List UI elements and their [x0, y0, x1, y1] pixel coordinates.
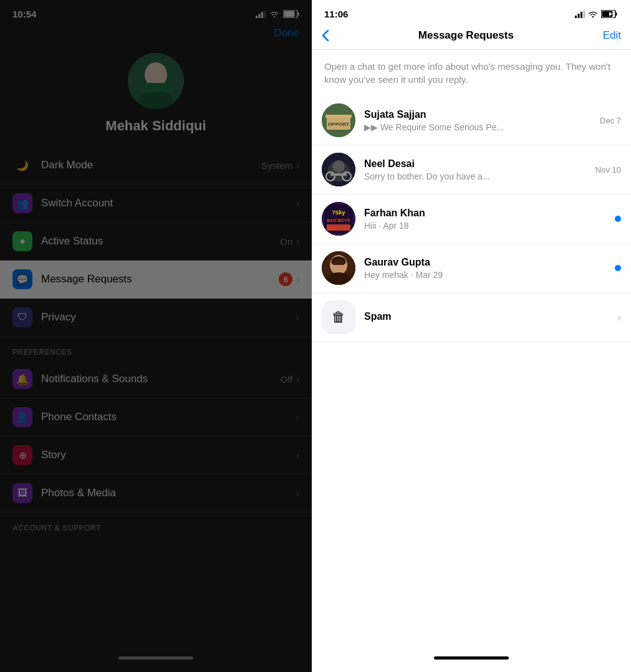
battery-icon-right: [601, 10, 619, 18]
nav-bar: Message Requests Edit: [312, 24, 631, 50]
msg-preview-sujata: ▶▶ We Require Some Serious Pe...: [364, 122, 595, 132]
svg-point-26: [332, 160, 345, 173]
svg-rect-13: [578, 14, 580, 18]
wifi-icon-right: [588, 11, 598, 18]
spam-trash-icon: 🗑: [332, 309, 345, 325]
svg-rect-12: [575, 16, 577, 18]
msg-preview-gaurav: Hey mehak · Mar 29: [364, 270, 610, 280]
msg-content-neel: Neel Desai Sorry to bother. Do you have …: [364, 158, 590, 181]
spam-icon-container: 🗑: [322, 300, 355, 334]
back-button[interactable]: [322, 29, 329, 42]
msg-name-farhan: Farhan Khan: [364, 208, 610, 219]
spam-chevron: ›: [617, 311, 621, 324]
edit-button[interactable]: Edit: [603, 29, 621, 42]
msg-preview-neel: Sorry to bother. Do you have a...: [364, 171, 590, 181]
message-list: OPPORT Sujata Sajjan ▶▶ We Require Some …: [312, 96, 631, 648]
message-item-spam[interactable]: 🗑 Spam ›: [312, 293, 631, 342]
avatar-sujata: OPPORT: [322, 103, 355, 137]
svg-rect-18: [616, 12, 617, 16]
msg-meta-sujata: Dec 7: [600, 116, 621, 125]
msg-name-spam: Spam: [364, 311, 612, 322]
avatar-gaurav: [322, 251, 355, 285]
msg-date-neel: Nov 10: [595, 165, 621, 175]
msg-name-gaurav: Gaurav Gupta: [364, 257, 610, 268]
svg-rect-29: [330, 173, 347, 176]
avatar-neel: [322, 153, 355, 186]
svg-rect-15: [584, 11, 585, 18]
message-item-gaurav[interactable]: Gaurav Gupta Hey mehak · Mar 29: [312, 244, 631, 293]
msg-meta-neel: Nov 10: [595, 165, 621, 175]
status-icons-right: [575, 10, 619, 18]
msg-meta-farhan: [615, 216, 621, 222]
svg-text:OPPORT: OPPORT: [328, 122, 349, 127]
message-item-sujata[interactable]: OPPORT Sujata Sajjan ▶▶ We Require Some …: [312, 96, 631, 145]
svg-rect-14: [580, 12, 582, 18]
msg-date-sujata: Dec 7: [600, 116, 621, 125]
msg-preview-farhan: Hiii · Apr 18: [364, 221, 610, 231]
signal-icon-right: [575, 11, 585, 18]
overlay: [0, 0, 312, 672]
msg-content-farhan: Farhan Khan Hiii · Apr 18: [364, 208, 610, 231]
info-text: Open a chat to get more info about who's…: [312, 50, 631, 96]
svg-rect-34: [327, 224, 350, 231]
msg-name-neel: Neel Desai: [364, 158, 590, 170]
msg-meta-spam: ›: [617, 311, 621, 324]
message-item-farhan[interactable]: 7Sky BAD BOYS Farhan Khan Hiii · Apr 18: [312, 194, 631, 244]
home-indicator-right: [434, 656, 509, 660]
unread-dot-gaurav: [615, 265, 621, 271]
message-item-neel[interactable]: Neel Desai Sorry to bother. Do you have …: [312, 145, 631, 194]
left-settings-panel: 10:54 Done Mehak Siddiqui: [0, 0, 312, 672]
msg-content-sujata: Sujata Sajjan ▶▶ We Require Some Serious…: [364, 109, 595, 132]
right-message-requests-panel: 11:06 Message Requests Edit Open a chat …: [312, 0, 631, 672]
svg-point-16: [592, 16, 594, 17]
msg-content-gaurav: Gaurav Gupta Hey mehak · Mar 29: [364, 257, 610, 280]
avatar-farhan: 7Sky BAD BOYS: [322, 202, 355, 236]
unread-dot-farhan: [615, 216, 621, 222]
svg-text:BAD BOYS: BAD BOYS: [327, 218, 350, 223]
svg-text:7Sky: 7Sky: [332, 209, 345, 216]
svg-rect-22: [325, 115, 352, 118]
nav-title: Message Requests: [418, 29, 514, 42]
time-right: 11:06: [324, 9, 348, 19]
status-bar-right: 11:06: [312, 0, 631, 24]
msg-meta-gaurav: [615, 265, 621, 271]
bottom-bar-right: [312, 648, 631, 672]
msg-content-spam: Spam: [364, 311, 612, 324]
msg-name-sujata: Sujata Sajjan: [364, 109, 595, 120]
